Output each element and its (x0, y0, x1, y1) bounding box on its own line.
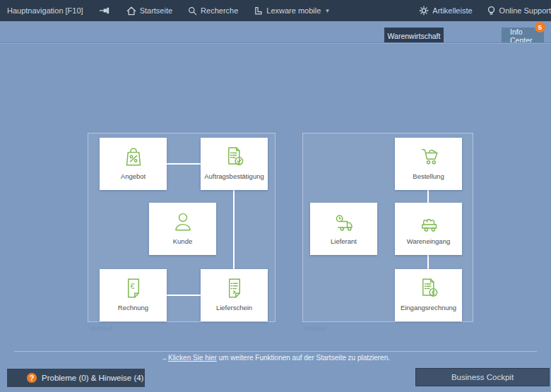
workflow-box-auftragsbestaetigung[interactable]: Auftragsbestätigung (201, 138, 268, 190)
search-icon (188, 6, 197, 16)
loaded-truck-icon (415, 208, 443, 236)
workflow-box-label: Rechnung (118, 304, 148, 311)
delivery-note-icon (220, 274, 249, 302)
tab-strip: Warenwirtschaft Info Center 5 (0, 21, 551, 44)
klicken-sie-hier-link[interactable]: Klicken Sie hier (168, 354, 217, 362)
tab-info-center[interactable]: Info Center 5 (502, 28, 544, 44)
pin-icon[interactable] (99, 6, 111, 15)
lexware-mobile-icon (254, 6, 263, 16)
recherche-button[interactable]: Recherche (188, 6, 238, 16)
workflow-box-label: Wareneingang (407, 237, 450, 245)
shopping-cart-icon (415, 143, 443, 171)
svg-text:€: € (431, 289, 434, 296)
startseite-button[interactable]: Startseite (126, 6, 172, 16)
home-icon (126, 6, 136, 16)
svg-text:€: € (130, 282, 134, 290)
workflow-box-kunde[interactable]: Kunde (149, 203, 216, 255)
workflow-box-label: Auftragsbestätigung (204, 172, 264, 180)
sales-workflow-panel: Angebot Auftragsbestätigung (88, 133, 276, 322)
artikelleiste-button[interactable]: Artikelleiste (419, 6, 472, 16)
workflow-box-label: Lieferschein (216, 304, 252, 311)
sales-panel-watermark: Verkauf (89, 325, 112, 332)
hauptnavigation-button[interactable]: Hauptnavigation [F10] (7, 6, 83, 15)
probleme-hinweise-label: Probleme (0) & Hinweise (4) (42, 374, 143, 382)
business-cockpit-button[interactable]: Business Cockpit (415, 368, 550, 386)
gear-icon (419, 6, 429, 16)
workflow-box-label: Lieferant (331, 237, 357, 245)
document-check-icon (220, 143, 249, 171)
connector-auftrag-lieferschein (233, 190, 235, 269)
business-cockpit-label: Business Cockpit (451, 373, 514, 381)
startseite-hint: →Klicken Sie hier um weitere Funktionen … (0, 354, 551, 362)
workflow-box-label: Bestellung (413, 172, 444, 180)
purchase-workflow-panel: Bestellung Lieferant (302, 133, 473, 322)
connector-angebot-auftrag (167, 163, 201, 165)
tab-warenwirtschaft[interactable]: Warenwirtschaft (384, 28, 444, 44)
online-support-button[interactable]: Online Support (487, 6, 551, 16)
arrow-right-icon: → (161, 355, 167, 362)
workflow-box-label: Angebot (121, 172, 146, 180)
workflow-box-angebot[interactable]: Angebot (100, 138, 167, 190)
document-euro-icon: € (119, 274, 148, 302)
angebot-bag-percent-icon (119, 143, 148, 171)
workflow-box-label: Kunde (173, 237, 192, 245)
top-navigation-bar: Hauptnavigation [F10] (0, 0, 551, 21)
workflow-box-label: Eingangsrechnung (401, 304, 456, 311)
lexware-warenwirtschaft-window: Hauptnavigation [F10] (0, 0, 551, 392)
chevron-down-icon: ▾ (326, 7, 329, 14)
document-euro-circle-icon: € (415, 274, 443, 302)
truck-clock-icon (330, 208, 358, 236)
workflow-box-lieferschein[interactable]: Lieferschein (201, 269, 268, 321)
footer-divider (14, 351, 537, 352)
hauptnavigation-label: Hauptnavigation [F10] (7, 6, 83, 15)
question-mark-icon: ? (27, 373, 37, 383)
workflow-box-rechnung[interactable]: € Rechnung (100, 269, 167, 321)
hint-text: um weitere Funktionen auf der Startseite… (217, 354, 390, 362)
info-center-badge: 5 (535, 22, 545, 32)
connector-rechnung-lieferschein (167, 295, 201, 296)
workflow-box-bestellung[interactable]: Bestellung (395, 138, 462, 190)
probleme-hinweise-button[interactable]: ? Probleme (0) & Hinweise (4) (7, 369, 145, 387)
purchase-panel-watermark: Einkauf (304, 325, 326, 332)
tabstrip-divider (0, 42, 551, 44)
lightbulb-icon (487, 6, 496, 16)
workflow-box-eingangsrechnung[interactable]: € Eingangsrechnung (395, 269, 462, 321)
lexware-mobile-menu[interactable]: Lexware mobile ▾ (254, 6, 329, 16)
person-icon (169, 208, 197, 236)
workflow-box-wareneingang[interactable]: Wareneingang (395, 203, 462, 255)
workflow-box-lieferant[interactable]: Lieferant (310, 203, 377, 255)
